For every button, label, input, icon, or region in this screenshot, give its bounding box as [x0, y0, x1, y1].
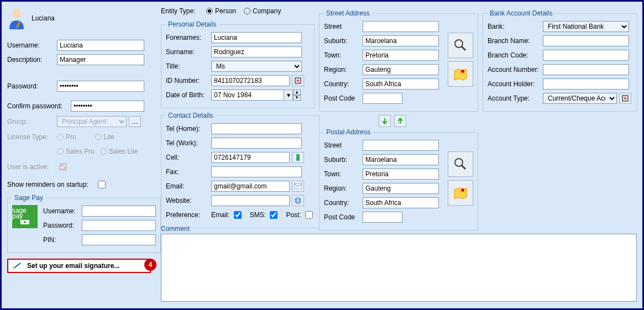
contact-details-group: Contact Details Tel (Home): Tel (Work): … [161, 112, 320, 228]
postal-country-input[interactable] [363, 197, 439, 208]
license-salespro-label: Sales Pro [66, 148, 95, 155]
website-input[interactable] [211, 195, 290, 206]
sagepay-legend: Sage Pay [12, 194, 45, 202]
show-reminders-label: Show reminders on startup: [7, 181, 96, 188]
comment-section: Comment [161, 225, 637, 303]
bank-details-group: Bank Account Details Bank:First National… [483, 9, 637, 112]
surname-label: Surname: [166, 48, 211, 56]
forenames-input[interactable] [211, 32, 302, 43]
signature-icon [13, 262, 22, 270]
street-lookup-button[interactable] [448, 33, 473, 58]
sagepay-username-input[interactable] [82, 206, 156, 217]
sagepay-password-label: Password: [43, 222, 82, 229]
signature-button-label: Set up your email signature... [27, 262, 119, 270]
street-town-label: Town: [324, 51, 363, 59]
surname-input[interactable] [211, 46, 302, 57]
pref-post-checkbox[interactable] [305, 211, 313, 219]
title-select[interactable]: Ms [211, 61, 302, 72]
password-label: Password: [7, 82, 57, 90]
postal-lookup-button[interactable] [448, 151, 473, 177]
website-label: Website: [166, 197, 211, 204]
confirm-password-input[interactable] [71, 101, 144, 112]
fax-input[interactable] [211, 166, 302, 177]
id-number-label: ID Number: [166, 77, 211, 85]
street-map-button[interactable] [448, 61, 473, 87]
account-holder-label: Account Holder: [488, 80, 543, 88]
branch-name-label: Branch Name: [488, 37, 543, 45]
bank-label: Bank: [488, 23, 543, 30]
svg-point-9 [461, 70, 464, 73]
street-region-input[interactable] [363, 64, 439, 75]
app-frame: Luciana Username: Description: Password:… [0, 0, 644, 310]
id-number-input[interactable] [211, 75, 290, 86]
entity-company-radio[interactable] [244, 8, 250, 14]
website-globe-icon[interactable] [292, 195, 304, 206]
personal-details-group: Personal Details Forenames: Surname: Tit… [161, 20, 315, 108]
sagepay-pin-input[interactable] [82, 234, 156, 245]
street-address-legend: Street Address [324, 9, 372, 17]
cell-phone-icon[interactable] [292, 152, 304, 163]
description-input[interactable] [57, 54, 144, 65]
dob-label: Date of Birth: [166, 91, 211, 99]
sagepay-pin-label: PIN: [43, 236, 82, 244]
postal-postcode-label: Post Code [324, 213, 363, 221]
postal-address-legend: Postal Address [324, 128, 373, 136]
account-number-input[interactable] [543, 64, 629, 75]
account-holder-input[interactable] [543, 78, 629, 90]
preference-label: Preference: [166, 211, 211, 219]
bank-details-legend: Bank Account Details [488, 9, 554, 17]
forenames-label: Forenames: [166, 34, 211, 41]
sagepay-password-input[interactable] [82, 220, 156, 231]
dob-dropdown-button[interactable]: ▾ [284, 90, 293, 101]
tel-home-label: Tel (Home): [166, 125, 211, 133]
copy-up-button[interactable] [394, 115, 406, 127]
street-street-input[interactable] [363, 21, 439, 32]
postal-suburb-input[interactable] [363, 154, 439, 165]
street-country-label: Country: [324, 80, 363, 88]
dob-spin-up[interactable]: ▲ [293, 90, 301, 95]
bank-select[interactable]: First National Bank [543, 21, 629, 32]
group-ellipsis-button[interactable]: … [129, 116, 141, 127]
sagepay-group: Sage Pay sage pay Username: Password: PI… [7, 194, 161, 253]
street-suburb-input[interactable] [363, 35, 439, 46]
group-select: Principal Agent [57, 116, 127, 127]
comment-textarea[interactable] [161, 234, 637, 302]
postal-map-button[interactable] [448, 180, 473, 206]
branch-code-input[interactable] [543, 50, 629, 61]
postal-region-input[interactable] [363, 183, 439, 194]
street-town-input[interactable] [363, 50, 439, 61]
show-reminders-checkbox[interactable] [98, 181, 106, 188]
entity-person-radio[interactable] [206, 8, 213, 14]
username-input[interactable] [57, 40, 144, 51]
email-input[interactable] [211, 181, 290, 192]
postal-suburb-label: Suburb: [324, 156, 363, 164]
dob-spin-down[interactable]: ▼ [293, 95, 301, 101]
postal-street-input[interactable] [363, 140, 439, 151]
pref-email-checkbox[interactable] [234, 211, 242, 219]
pref-sms-checkbox[interactable] [270, 211, 278, 219]
postal-town-input[interactable] [363, 169, 439, 180]
license-saleslite-label: Sales Lite [109, 148, 138, 155]
copy-down-button[interactable] [379, 115, 391, 127]
password-input[interactable] [57, 81, 144, 92]
entity-type-label: Entity Type: [161, 7, 206, 15]
id-action-button[interactable] [292, 75, 304, 86]
tel-work-input[interactable] [211, 138, 302, 149]
left-column: Luciana Username: Description: Password:… [7, 7, 156, 273]
account-type-action-button[interactable] [619, 93, 631, 104]
setup-email-signature-button[interactable]: Set up your email signature... 4 [7, 259, 151, 273]
cell-input[interactable] [211, 152, 290, 163]
confirm-password-label: Confirm password: [7, 102, 71, 110]
postal-address-group: Postal Address Street Suburb: Town: Regi… [319, 128, 478, 230]
street-country-input[interactable] [363, 78, 439, 90]
postal-postcode-input[interactable] [363, 212, 402, 223]
comment-label: Comment [161, 225, 637, 233]
street-postcode-input[interactable] [363, 93, 402, 104]
account-type-select[interactable]: Current/Cheque Acco [543, 93, 617, 104]
street-address-group: Street Address Street Suburb: Town: Regi… [319, 9, 478, 112]
svg-point-8 [455, 40, 463, 48]
email-envelope-icon[interactable] [292, 181, 304, 192]
dob-input[interactable] [211, 90, 284, 101]
tel-home-input[interactable] [211, 123, 302, 134]
branch-name-input[interactable] [543, 35, 629, 46]
